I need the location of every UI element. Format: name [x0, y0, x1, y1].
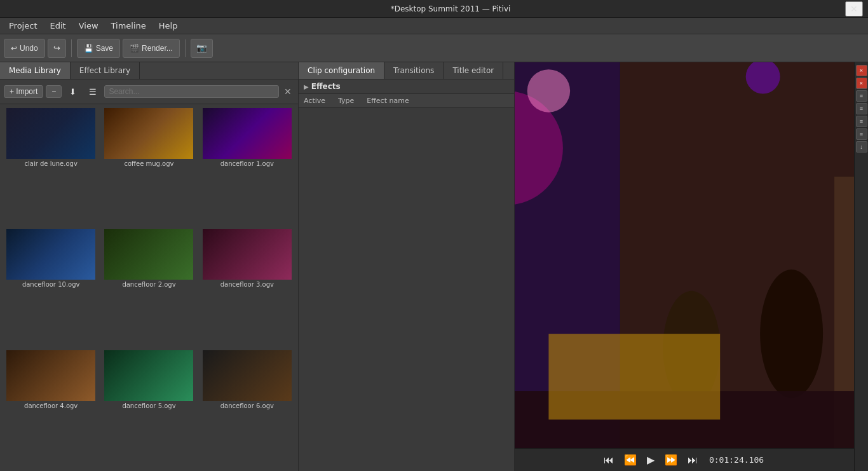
search-input[interactable]: [104, 85, 279, 98]
svg-point-7: [760, 270, 823, 398]
media-thumbnail: [203, 229, 292, 280]
media-label: clair de lune.ogv: [25, 160, 78, 167]
menu-bar: Project Edit View Timeline Help: [0, 18, 868, 34]
media-label: dancefloor 6.ogv: [220, 402, 274, 409]
screenshot-button[interactable]: 📷: [191, 39, 213, 58]
media-area: + Import − ⬇ ☰ ✕ clair de lune.ogv c: [0, 79, 298, 471]
save-button[interactable]: 💾 Save: [77, 39, 120, 58]
column-active: Active: [304, 97, 325, 105]
sidebar-btn-4[interactable]: ≡: [856, 103, 867, 114]
list-item[interactable]: dancefloor 4.ogv: [3, 349, 99, 468]
preview-area: ⏮ ⏪ ▶ ⏩ ⏭ 0:01:24.106: [515, 62, 854, 471]
tab-media-library[interactable]: Media Library: [0, 62, 71, 79]
sidebar-btn-7[interactable]: ↓: [856, 141, 867, 153]
column-effect-name: Effect name: [367, 97, 409, 105]
menu-edit[interactable]: Edit: [43, 20, 72, 32]
list-item[interactable]: clair de lune.ogv: [3, 107, 99, 226]
render-icon: 🎬: [130, 44, 139, 53]
effects-body: [299, 108, 514, 471]
window-title: *Desktop Summit 2011 — Pitivi: [391, 4, 511, 13]
list-item[interactable]: dancefloor 2.ogv: [100, 228, 197, 347]
render-button[interactable]: 🎬 Render...: [123, 39, 180, 58]
list-item[interactable]: dancefloor 5.ogv: [100, 349, 197, 468]
list-icon: ☰: [89, 87, 97, 97]
title-bar: *Desktop Summit 2011 — Pitivi ✕: [0, 0, 868, 18]
preview-image: [515, 62, 854, 448]
media-thumbnail: [104, 108, 193, 159]
undo-icon: ↩: [11, 44, 17, 53]
separator-2: [185, 39, 186, 57]
effects-label: Effects: [311, 82, 341, 91]
media-grid: clair de lune.ogv coffee mug.ogv dancefl…: [0, 104, 298, 471]
main-toolbar: ↩ Undo ↪ 💾 Save 🎬 Render... 📷: [0, 34, 868, 62]
collapse-icon[interactable]: ▶: [304, 83, 309, 90]
import-button[interactable]: + Import: [4, 85, 43, 98]
list-item[interactable]: dancefloor 10.ogv: [3, 228, 99, 347]
media-toolbar: + Import − ⬇ ☰ ✕: [0, 79, 298, 104]
media-label: dancefloor 1.ogv: [220, 160, 274, 167]
tab-clip-configuration[interactable]: Clip configuration: [299, 62, 384, 79]
separator-1: [71, 39, 72, 57]
camera-icon: 📷: [196, 43, 207, 53]
save-label: Save: [96, 44, 113, 53]
list-item[interactable]: dancefloor 6.ogv: [199, 349, 295, 468]
preview-controls: ⏮ ⏪ ▶ ⏩ ⏭ 0:01:24.106: [515, 448, 854, 471]
redo-button[interactable]: ↪: [48, 39, 66, 58]
effects-columns: Active Type Effect name: [299, 94, 514, 108]
undo-button[interactable]: ↩ Undo: [4, 39, 45, 58]
media-label: dancefloor 5.ogv: [122, 402, 175, 409]
rewind-button[interactable]: ⏪: [620, 451, 641, 468]
svg-point-9: [527, 69, 570, 112]
left-tab-bar: Media Library Effect Library: [0, 62, 298, 79]
menu-view[interactable]: View: [72, 20, 105, 32]
close-button[interactable]: ✕: [845, 1, 863, 17]
render-label: Render...: [142, 44, 173, 53]
media-thumbnail: [203, 108, 292, 159]
clip-tab-bar: Clip configuration Transitions Title edi…: [299, 62, 514, 79]
filter-icon: ⬇: [69, 87, 76, 97]
undo-label: Undo: [20, 44, 38, 53]
menu-timeline[interactable]: Timeline: [105, 20, 153, 32]
menu-help[interactable]: Help: [153, 20, 184, 32]
media-thumbnail: [104, 350, 193, 401]
menu-project[interactable]: Project: [3, 20, 43, 32]
list-view-button[interactable]: ☰: [84, 82, 102, 101]
tab-transitions[interactable]: Transitions: [384, 62, 444, 79]
media-thumbnail: [6, 229, 95, 280]
media-label: coffee mug.ogv: [125, 160, 174, 167]
video-preview: [515, 62, 854, 448]
effects-panel: ▶ Effects Active Type Effect name: [299, 79, 514, 471]
sidebar-btn-3[interactable]: ≡: [856, 90, 867, 102]
save-icon: 💾: [84, 44, 93, 53]
remove-button[interactable]: −: [46, 85, 62, 98]
clear-search-button[interactable]: ✕: [281, 86, 294, 97]
play-button[interactable]: ▶: [643, 451, 658, 468]
media-label: dancefloor 2.ogv: [122, 281, 175, 288]
filter-button[interactable]: ⬇: [64, 82, 81, 101]
skip-to-start-button[interactable]: ⏮: [600, 452, 618, 468]
sidebar-btn-2[interactable]: ×: [856, 78, 867, 89]
main-content: Media Library Effect Library + Import − …: [0, 62, 868, 471]
media-thumbnail: [6, 350, 95, 401]
media-thumbnail: [203, 350, 292, 401]
list-item[interactable]: dancefloor 1.ogv: [199, 107, 295, 226]
column-type: Type: [338, 97, 354, 105]
list-item[interactable]: coffee mug.ogv: [100, 107, 197, 226]
media-label: dancefloor 3.ogv: [220, 281, 274, 288]
media-label: dancefloor 10.ogv: [22, 281, 80, 288]
list-item[interactable]: dancefloor 3.ogv: [199, 228, 295, 347]
sidebar-btn-5[interactable]: ≡: [856, 116, 867, 127]
time-display: 0:01:24.106: [704, 455, 769, 465]
left-panel: Media Library Effect Library + Import − …: [0, 62, 299, 471]
media-label: dancefloor 4.ogv: [24, 402, 78, 409]
sidebar-btn-6[interactable]: ≡: [856, 128, 867, 140]
tab-effect-library[interactable]: Effect Library: [71, 62, 140, 79]
effects-header: ▶ Effects: [299, 79, 514, 94]
sidebar-btn-1[interactable]: ×: [856, 65, 867, 76]
fast-forward-button[interactable]: ⏩: [661, 451, 681, 468]
tab-title-editor[interactable]: Title editor: [444, 62, 503, 79]
middle-section: Clip configuration Transitions Title edi…: [299, 62, 854, 471]
media-thumbnail: [104, 229, 193, 280]
skip-to-end-button[interactable]: ⏭: [684, 452, 702, 468]
clip-config-area: Clip configuration Transitions Title edi…: [299, 62, 515, 471]
